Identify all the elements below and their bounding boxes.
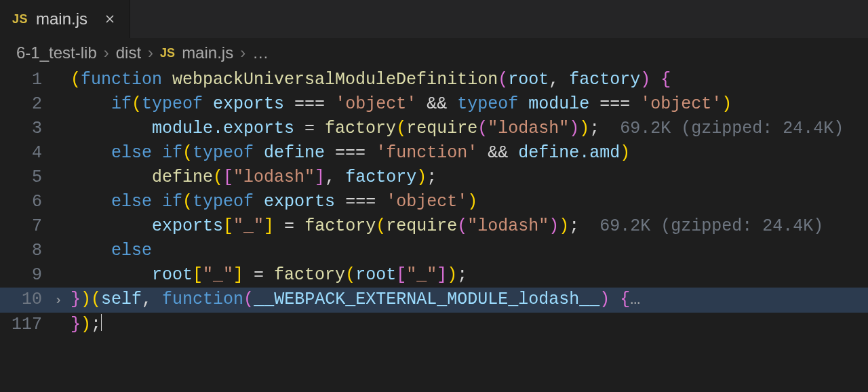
tab-filename: main.js	[36, 9, 87, 28]
code-line: 2 if(typeof exports === 'object' && type…	[0, 92, 868, 117]
chevron-right-icon: ›	[240, 43, 245, 62]
line-number: 3	[0, 117, 49, 141]
code-line: 1 (function webpackUniversalModuleDefini…	[0, 68, 868, 92]
line-number: 5	[0, 165, 49, 190]
fold-collapsed-icon[interactable]: ›	[49, 288, 68, 313]
code-text: (function webpackUniversalModuleDefiniti…	[68, 68, 868, 92]
code-line: 8 else	[0, 239, 868, 263]
line-number: 7	[0, 214, 49, 239]
code-line: 3 module.exports = factory(require("loda…	[0, 117, 868, 141]
code-text: module.exports = factory(require("lodash…	[68, 117, 868, 141]
line-number: 2	[0, 92, 49, 117]
code-text: root["_"] = factory(root["_"]);	[68, 263, 868, 288]
js-icon: JS	[160, 46, 175, 60]
code-line: 5 define(["lodash"], factory);	[0, 165, 868, 190]
close-icon[interactable]	[102, 12, 117, 26]
code-line: 117 });	[0, 313, 868, 337]
tab-main-js[interactable]: JS main.js	[0, 0, 130, 38]
code-line: 7 exports["_"] = factory(require("lodash…	[0, 214, 868, 239]
code-text: })(self, function(__WEBPACK_EXTERNAL_MOD…	[68, 288, 868, 312]
code-editor[interactable]: 1 (function webpackUniversalModuleDefini…	[0, 65, 868, 337]
code-text: define(["lodash"], factory);	[68, 165, 868, 190]
breadcrumb: 6-1_test-lib › dist › JS main.js › …	[0, 38, 868, 65]
tab-bar: JS main.js	[0, 0, 868, 38]
code-text: else if(typeof exports === 'object')	[68, 190, 868, 214]
import-cost-hint: 69.2K (gzipped: 24.4K)	[599, 216, 823, 236]
code-text: else	[68, 239, 868, 263]
code-text: if(typeof exports === 'object' && typeof…	[68, 92, 868, 117]
line-number: 6	[0, 190, 49, 214]
line-number: 117	[0, 313, 49, 337]
import-cost-hint: 69.2K (gzipped: 24.4K)	[620, 119, 844, 138]
breadcrumb-symbol-ellipsis[interactable]: …	[252, 43, 269, 62]
code-line: 9 root["_"] = factory(root["_"]);	[0, 263, 868, 288]
text-cursor	[101, 314, 102, 331]
breadcrumb-folder[interactable]: dist	[116, 43, 141, 62]
line-number: 8	[0, 239, 49, 263]
line-number: 1	[0, 68, 49, 92]
code-text: exports["_"] = factory(require("lodash")…	[68, 214, 868, 239]
code-line: 4 else if(typeof define === 'function' &…	[0, 141, 868, 165]
breadcrumb-folder[interactable]: 6-1_test-lib	[16, 43, 97, 62]
line-number: 10	[0, 288, 49, 312]
js-icon: JS	[12, 12, 28, 26]
line-number: 4	[0, 141, 49, 165]
code-text: else if(typeof define === 'function' && …	[68, 141, 868, 165]
line-number: 9	[0, 263, 49, 288]
breadcrumb-file[interactable]: main.js	[182, 43, 233, 62]
code-line: 6 else if(typeof exports === 'object')	[0, 190, 868, 214]
code-line: 10 › })(self, function(__WEBPACK_EXTERNA…	[0, 288, 868, 313]
chevron-right-icon: ›	[104, 43, 109, 62]
code-text: });	[68, 313, 868, 337]
chevron-right-icon: ›	[148, 43, 153, 62]
